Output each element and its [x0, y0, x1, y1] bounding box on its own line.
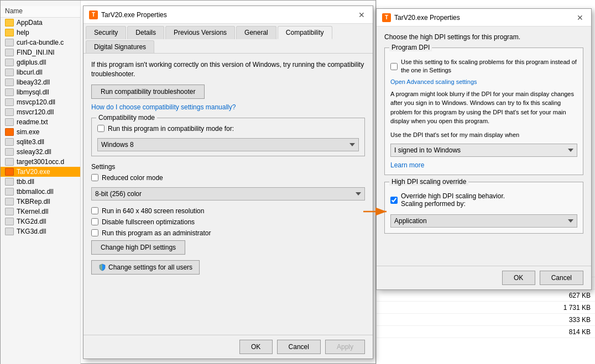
- compat-mode-checkbox-label: Run this program in compatibility mode f…: [108, 125, 234, 133]
- program-dpi-label: Program DPI: [389, 44, 432, 51]
- file-icon: [5, 39, 14, 46]
- high-dpi-override-section: High DPI scaling override Override high …: [384, 182, 583, 234]
- disable-fullscreen-checkbox[interactable]: [91, 218, 98, 225]
- scaling-dropdown[interactable]: Application: [390, 214, 577, 228]
- file-item[interactable]: TKG2d.dll: [1, 217, 80, 226]
- file-item[interactable]: help: [1, 28, 80, 38]
- file-size: 814 KB: [569, 328, 591, 336]
- tab-security[interactable]: Security: [86, 26, 126, 39]
- props-apply-button[interactable]: Apply: [325, 340, 365, 354]
- right-panel-row: 627 KB: [377, 289, 595, 302]
- file-item[interactable]: gdiplus.dll: [1, 57, 80, 67]
- file-name: ssleay32.dll: [17, 148, 51, 156]
- file-icon: [5, 68, 14, 76]
- properties-dialog: T TarV20.exe Properties ✕ Security Detai…: [83, 6, 373, 359]
- name-column-header: Name: [1, 6, 80, 18]
- file-name: FIND_INI.INI: [17, 49, 55, 56]
- resolution-640-row: Run in 640 x 480 screen resolution: [91, 207, 365, 215]
- right-panel-row: 1 731 KB: [377, 302, 595, 314]
- file-item[interactable]: libcurl.dll: [1, 67, 80, 77]
- file-item[interactable]: sqlite3.dll: [1, 137, 80, 147]
- program-dpi-section: Program DPI Use this setting to fix scal…: [384, 48, 583, 175]
- dpi-body: Choose the high DPI settings for this pr…: [377, 27, 591, 266]
- file-size: 333 KB: [569, 316, 591, 324]
- learn-more-link[interactable]: Learn more: [390, 161, 424, 169]
- file-item[interactable]: msvcp120.dll: [1, 97, 80, 107]
- file-item[interactable]: TKG3d.dll: [1, 226, 80, 236]
- props-title-group: T TarV20.exe Properties: [89, 10, 167, 19]
- override-dpi-checkbox[interactable]: [390, 197, 398, 204]
- folder-icon: [5, 19, 14, 27]
- file-item[interactable]: tbbmalloc.dll: [1, 187, 80, 197]
- change-settings-all-users-button[interactable]: Change settings for all users: [91, 260, 200, 275]
- tab-compatibility[interactable]: Compatibility: [278, 26, 332, 39]
- override-dpi-label: Override high DPI scaling behavior. Scal…: [401, 192, 505, 208]
- dpi-close-button[interactable]: ✕: [575, 12, 586, 23]
- file-name: sim.exe: [17, 128, 39, 136]
- explorer-file-list: Name AppDatahelpcurl-ca-bundle.cFIND_INI…: [1, 1, 81, 364]
- file-item[interactable]: libeay32.dll: [1, 77, 80, 87]
- dpi-dialog: T TarV20.exe Properties ✕ Choose the hig…: [376, 8, 592, 290]
- file-item[interactable]: TKBRep.dll: [1, 197, 80, 207]
- reduced-color-checkbox[interactable]: [91, 174, 98, 181]
- props-titlebar: T TarV20.exe Properties ✕: [83, 6, 373, 24]
- props-cancel-button[interactable]: Cancel: [277, 340, 321, 354]
- tab-digital-signatures[interactable]: Digital Signatures: [86, 40, 154, 53]
- settings-label: Settings: [91, 163, 365, 171]
- tab-general[interactable]: General: [236, 26, 276, 39]
- file-item[interactable]: msvcr120.dll: [1, 107, 80, 117]
- file-icon: [5, 108, 14, 116]
- file-icon: [5, 148, 14, 156]
- run-as-admin-checkbox[interactable]: [91, 229, 98, 236]
- props-title-text: TarV20.exe Properties: [101, 11, 167, 19]
- props-ok-button[interactable]: OK: [239, 340, 273, 354]
- props-title-icon: T: [89, 10, 98, 19]
- dpi-titlebar: T TarV20.exe Properties ✕: [377, 9, 591, 27]
- file-item[interactable]: tbb.dll: [1, 177, 80, 187]
- props-close-button[interactable]: ✕: [356, 9, 367, 20]
- program-dpi-checkbox-label: Use this setting to fix scaling problems…: [401, 58, 577, 75]
- file-name: libmysql.dll: [17, 88, 49, 96]
- manual-link[interactable]: How do I choose compatibility settings m…: [91, 103, 365, 111]
- file-name: AppData: [17, 19, 43, 27]
- file-icon: [5, 158, 14, 166]
- file-icon: [5, 198, 14, 205]
- dpi-cancel-button[interactable]: Cancel: [540, 271, 583, 285]
- file-item[interactable]: target3001occ.d: [1, 157, 80, 167]
- compat-mode-section: Compatibility mode Run this program in c…: [91, 118, 365, 156]
- compat-mode-checkbox[interactable]: [97, 125, 105, 132]
- shield-icon: [98, 263, 106, 271]
- dpi-description-text: A program might look blurry if the DPI f…: [390, 89, 577, 126]
- file-item[interactable]: TKernel.dll: [1, 207, 80, 217]
- file-item[interactable]: AppData: [1, 18, 80, 28]
- reduced-color-row: Reduced color mode: [91, 174, 365, 182]
- dpi-main-display-dropdown[interactable]: I signed in to Windows: [390, 144, 577, 157]
- file-icon: [5, 118, 14, 126]
- file-item[interactable]: FIND_INI.INI: [1, 48, 80, 57]
- file-name: TarV20.exe: [17, 168, 50, 176]
- file-item[interactable]: TarV20.exe: [1, 167, 80, 177]
- file-item[interactable]: curl-ca-bundle.c: [1, 38, 80, 48]
- run-compat-troubleshooter-button[interactable]: Run compatibility troubleshooter: [91, 85, 205, 99]
- change-high-dpi-button[interactable]: Change high DPI settings: [91, 240, 185, 255]
- tab-previous-versions[interactable]: Previous Versions: [165, 26, 235, 39]
- program-dpi-checkbox[interactable]: [390, 63, 398, 70]
- compat-mode-dropdown[interactable]: Windows 8: [97, 138, 359, 151]
- dpi-footer: OK Cancel: [377, 266, 591, 289]
- file-item[interactable]: libmysql.dll: [1, 87, 80, 97]
- file-name: TKG3d.dll: [17, 228, 46, 235]
- color-depth-dropdown[interactable]: 8-bit (256) color: [91, 187, 365, 201]
- dpi-title-group: T TarV20.exe Properties: [382, 13, 460, 22]
- file-name: msvcp120.dll: [17, 98, 55, 106]
- high-dpi-section-label: High DPI scaling override: [389, 178, 468, 186]
- file-item[interactable]: ssleay32.dll: [1, 147, 80, 157]
- file-icon: [5, 228, 14, 235]
- dpi-ok-button[interactable]: OK: [502, 271, 535, 285]
- tab-details[interactable]: Details: [127, 26, 164, 39]
- file-item[interactable]: sim.exe: [1, 127, 80, 137]
- file-item[interactable]: readme.txt: [1, 117, 80, 127]
- resolution-640-checkbox[interactable]: [91, 207, 98, 214]
- file-icon: [5, 178, 14, 186]
- file-name: TKernel.dll: [17, 208, 48, 215]
- advanced-scaling-link[interactable]: Open Advanced scaling settings: [390, 78, 577, 85]
